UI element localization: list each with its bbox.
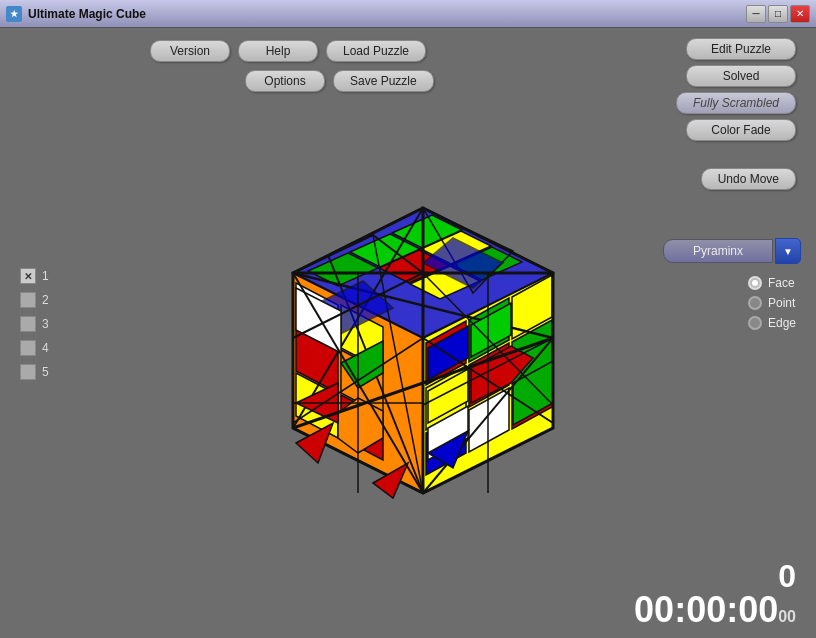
counter-area: 0 00:00:00 00 bbox=[634, 560, 796, 628]
radio-item-edge: Edge bbox=[748, 316, 796, 330]
layer-item-2: 2 bbox=[20, 292, 49, 308]
radio-edge[interactable] bbox=[748, 316, 762, 330]
radio-edge-label: Edge bbox=[768, 316, 796, 330]
puzzle-select-display[interactable]: Pyraminx bbox=[663, 239, 773, 263]
radio-item-face: Face bbox=[748, 276, 796, 290]
radio-point[interactable] bbox=[748, 296, 762, 310]
layer-panel: ✕ 1 2 3 4 5 bbox=[20, 268, 49, 380]
close-button[interactable]: ✕ bbox=[790, 5, 810, 23]
layer-item-1: ✕ 1 bbox=[20, 268, 49, 284]
help-button[interactable]: Help bbox=[238, 40, 318, 62]
layer-label-2: 2 bbox=[42, 293, 49, 307]
edit-puzzle-button[interactable]: Edit Puzzle bbox=[686, 38, 796, 60]
layer-label-1: 1 bbox=[42, 269, 49, 283]
timer: 00:00:00 00 bbox=[634, 592, 796, 628]
layer-checkbox-3[interactable] bbox=[20, 316, 36, 332]
radio-section: Face Point Edge bbox=[748, 276, 796, 330]
titlebar: ★ Ultimate Magic Cube ─ □ ✕ bbox=[0, 0, 816, 28]
app-icon: ★ bbox=[6, 6, 22, 22]
toolbar-row1: Version Help Load Puzzle bbox=[150, 40, 426, 62]
undo-move-button[interactable]: Undo Move bbox=[701, 168, 796, 190]
version-button[interactable]: Version bbox=[150, 40, 230, 62]
radio-item-point: Point bbox=[748, 296, 796, 310]
minimize-button[interactable]: ─ bbox=[746, 5, 766, 23]
radio-face[interactable] bbox=[748, 276, 762, 290]
puzzle-selector: Pyraminx bbox=[663, 238, 801, 264]
move-counter: 0 bbox=[634, 560, 796, 592]
undo-section: Undo Move bbox=[701, 168, 796, 190]
puzzle-dropdown-arrow[interactable] bbox=[775, 238, 801, 264]
app-title: Ultimate Magic Cube bbox=[28, 7, 746, 21]
maximize-button[interactable]: □ bbox=[768, 5, 788, 23]
color-fade-button[interactable]: Color Fade bbox=[686, 119, 796, 141]
window-controls: ─ □ ✕ bbox=[746, 5, 810, 23]
layer-item-3: 3 bbox=[20, 316, 49, 332]
toolbar-row2: Options Save Puzzle bbox=[245, 70, 434, 92]
layer-checkbox-2[interactable] bbox=[20, 292, 36, 308]
layer-checkbox-5[interactable] bbox=[20, 364, 36, 380]
timer-main: 00:00:00 bbox=[634, 592, 778, 628]
cube-viewport[interactable] bbox=[80, 128, 666, 558]
layer-checkbox-4[interactable] bbox=[20, 340, 36, 356]
layer-label-5: 5 bbox=[42, 365, 49, 379]
right-panel: Edit Puzzle Solved Fully Scrambled Color… bbox=[676, 38, 796, 141]
radio-face-label: Face bbox=[768, 276, 795, 290]
timer-sub: 00 bbox=[778, 609, 796, 625]
options-button[interactable]: Options bbox=[245, 70, 325, 92]
cube-svg[interactable] bbox=[163, 143, 583, 543]
layer-label-4: 4 bbox=[42, 341, 49, 355]
layer-item-5: 5 bbox=[20, 364, 49, 380]
solved-button[interactable]: Solved bbox=[686, 65, 796, 87]
load-puzzle-button[interactable]: Load Puzzle bbox=[326, 40, 426, 62]
radio-point-label: Point bbox=[768, 296, 795, 310]
fully-scrambled-button[interactable]: Fully Scrambled bbox=[676, 92, 796, 114]
layer-item-4: 4 bbox=[20, 340, 49, 356]
layer-checkbox-1[interactable]: ✕ bbox=[20, 268, 36, 284]
layer-label-3: 3 bbox=[42, 317, 49, 331]
save-puzzle-button[interactable]: Save Puzzle bbox=[333, 70, 434, 92]
main-content: Version Help Load Puzzle Options Save Pu… bbox=[0, 28, 816, 638]
